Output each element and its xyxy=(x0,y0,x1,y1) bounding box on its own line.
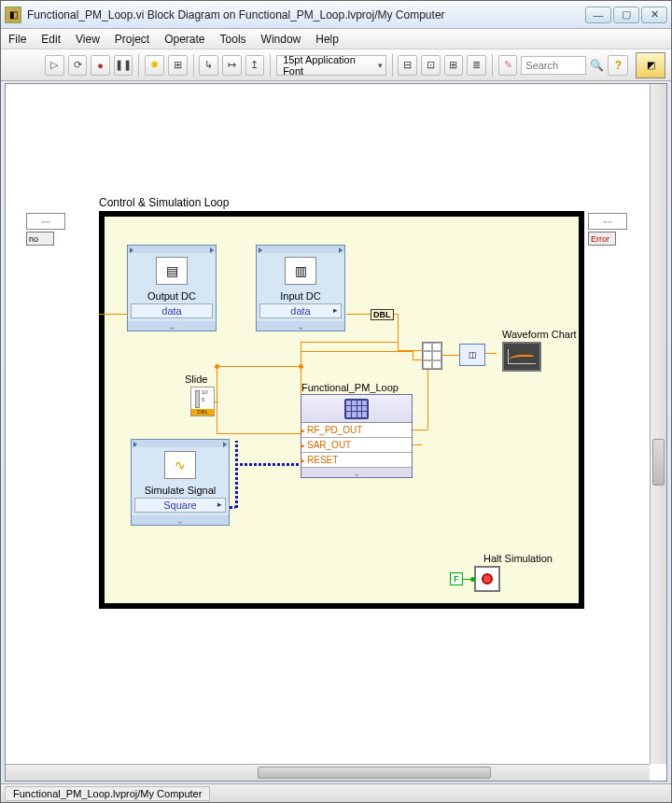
waveform-chart-label: Waveform Chart xyxy=(502,329,577,340)
highlight-exec-button[interactable]: ✺ xyxy=(145,55,164,76)
run-continuous-button[interactable]: ⟳ xyxy=(68,55,88,76)
hscroll-thumb[interactable] xyxy=(258,767,491,779)
window-title: Functional_PM_Loop.vi Block Diagram on F… xyxy=(27,8,585,21)
wire xyxy=(485,353,497,354)
menu-project[interactable]: Project xyxy=(115,33,149,46)
app-icon: ◧ xyxy=(5,7,21,23)
app-window: ◧ Functional_PM_Loop.vi Block Diagram on… xyxy=(0,0,672,803)
step-over-button[interactable]: ↦ xyxy=(222,55,242,76)
slide-label: Slide xyxy=(185,373,207,385)
align-button[interactable]: ⊟ xyxy=(398,55,417,76)
menubar: File Edit View Project Operate Tools Win… xyxy=(1,29,671,49)
output-dc-field: data xyxy=(131,303,213,318)
slide-tick-5: 5 xyxy=(202,397,204,402)
halt-simulation-node[interactable]: Halt Simulation xyxy=(474,566,500,592)
menu-window[interactable]: Window xyxy=(261,33,301,46)
input-dc-node[interactable]: ▥ Input DC data ⌄ xyxy=(256,245,345,331)
wire-junction xyxy=(299,364,303,369)
wire-junction xyxy=(470,577,475,582)
cleanup-button[interactable]: ✎ xyxy=(498,55,518,76)
reorder-button[interactable]: ≣ xyxy=(467,55,486,76)
wire xyxy=(301,351,413,352)
loop-label: Control & Simulation Loop xyxy=(99,196,229,209)
minimize-button[interactable]: — xyxy=(585,7,611,23)
maximize-button[interactable]: ▢ xyxy=(613,7,639,23)
wire xyxy=(398,342,399,351)
input-dc-field: data xyxy=(259,303,342,318)
search-icon[interactable]: 🔍 xyxy=(590,59,604,72)
context-cell: Functional_PM_Loop.lvproj/My Computer xyxy=(5,786,210,801)
bundle-node[interactable] xyxy=(422,342,442,370)
functional-pm-loop-subvi[interactable]: Functional_PM_Loop RF_PD_OUT SAR_OUT RES… xyxy=(301,394,413,478)
vertical-scrollbar[interactable] xyxy=(650,84,666,764)
left-error-tunnel[interactable]: ⎓⎓ no xyxy=(26,213,95,246)
wire xyxy=(442,355,459,356)
pause-button[interactable]: ❚❚ xyxy=(114,55,133,76)
pm-loop-label: Functional_PM_Loop xyxy=(301,382,399,393)
wire xyxy=(413,359,422,360)
help-button[interactable]: ? xyxy=(608,55,628,76)
to-dbl-node[interactable]: DBL xyxy=(371,309,394,320)
simulation-loop-structure[interactable]: ▤ Output DC data ⌄ ▥ Input DC data ⌄ DBL xyxy=(99,211,584,609)
tunnel-icon: ⎓⎓ xyxy=(588,213,627,230)
menu-operate[interactable]: Operate xyxy=(164,33,204,46)
right-error-tunnel[interactable]: ⎓⎓ Error xyxy=(588,213,650,246)
right-tunnel-label: Error xyxy=(588,232,616,246)
output-dc-node[interactable]: ▤ Output DC data ⌄ xyxy=(127,245,217,331)
horizontal-scrollbar[interactable] xyxy=(6,764,650,781)
output-dc-title: Output DC xyxy=(128,289,216,303)
simulate-signal-node[interactable]: ∿ Simulate Signal Square ⌄ xyxy=(131,439,230,526)
run-button[interactable]: ▷ xyxy=(45,55,64,76)
tunnel-icon: ⎓⎓ xyxy=(26,213,65,230)
stop-icon xyxy=(474,566,500,592)
titlebar: ◧ Functional_PM_Loop.vi Block Diagram on… xyxy=(1,1,671,29)
false-constant[interactable]: F xyxy=(450,572,463,585)
menu-view[interactable]: View xyxy=(76,33,100,46)
content-area: Control & Simulation Loop ⎓⎓ no ⎓⎓ Error… xyxy=(5,83,667,782)
distribute-button[interactable]: ⊡ xyxy=(421,55,441,76)
search-area: 🔍 ? xyxy=(521,55,628,76)
waveform-chart-terminal[interactable]: Waveform Chart xyxy=(502,342,541,372)
step-out-button[interactable]: ↥ xyxy=(245,55,265,76)
menu-tools[interactable]: Tools xyxy=(220,33,246,46)
false-constant-label: F xyxy=(454,574,459,584)
wire xyxy=(427,360,428,430)
wire xyxy=(235,463,238,464)
retain-wires-button[interactable]: ⊞ xyxy=(168,55,188,76)
search-input[interactable] xyxy=(521,56,586,75)
resize-button[interactable]: ⊞ xyxy=(444,55,464,76)
menu-edit[interactable]: Edit xyxy=(41,33,61,46)
pm-row-0: RF_PD_OUT xyxy=(301,423,412,438)
slide-tick-10: 10 xyxy=(202,389,208,395)
wire xyxy=(301,342,398,343)
wire xyxy=(230,506,235,509)
pm-row-1: SAR_OUT xyxy=(301,438,412,453)
step-into-button[interactable]: ↳ xyxy=(199,55,218,76)
wire xyxy=(235,463,301,466)
abort-button[interactable]: ● xyxy=(91,55,110,76)
signal-gen-icon: ∿ xyxy=(164,451,196,479)
slide-terminal[interactable]: 10 5 DBL xyxy=(190,387,215,416)
sim-signal-title: Simulate Signal xyxy=(132,483,229,497)
window-controls: — ▢ ✕ xyxy=(585,7,667,23)
vi-icon[interactable]: ◩ xyxy=(636,52,665,78)
menu-help[interactable]: Help xyxy=(315,33,339,46)
daq-write-icon: ▤ xyxy=(156,257,188,285)
input-dc-title: Input DC xyxy=(257,289,344,303)
wire xyxy=(217,366,301,367)
wire xyxy=(413,430,427,430)
left-tunnel-label: no xyxy=(26,232,54,246)
statusbar: Functional_PM_Loop.lvproj/My Computer xyxy=(1,783,671,802)
menu-file[interactable]: File xyxy=(8,33,26,46)
block-diagram-canvas[interactable]: Control & Simulation Loop ⎓⎓ no ⎓⎓ Error… xyxy=(6,84,650,764)
font-selector[interactable]: 15pt Application Font xyxy=(276,55,385,76)
close-button[interactable]: ✕ xyxy=(641,7,667,23)
vscroll-thumb[interactable] xyxy=(652,439,665,486)
wire xyxy=(346,314,371,315)
daq-read-icon: ▥ xyxy=(285,257,316,285)
chart-icon xyxy=(502,342,541,372)
wire xyxy=(217,366,217,433)
wire xyxy=(215,402,218,402)
font-label: 15pt Application Font xyxy=(283,54,371,77)
chart-helper-node[interactable]: ◫ xyxy=(459,344,485,366)
